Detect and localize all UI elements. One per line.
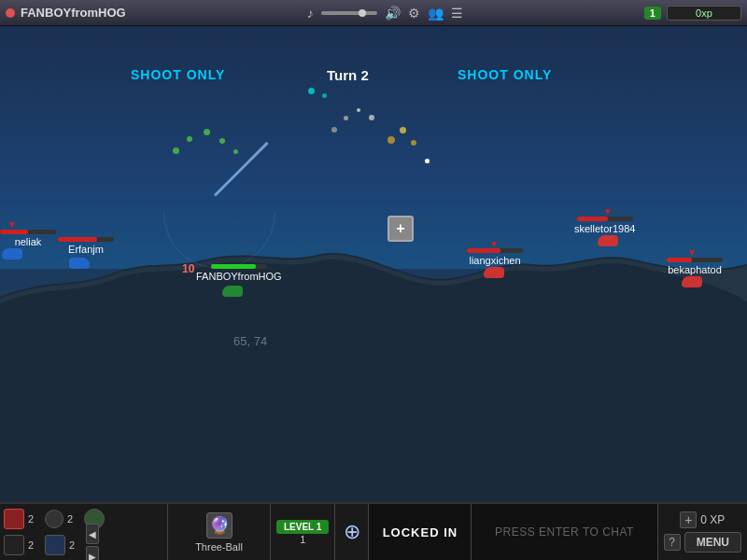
list-icon[interactable]: ☰	[451, 6, 463, 21]
chat-hint-text: PRESS ENTER TO CHAT	[495, 525, 634, 539]
projectile	[388, 136, 395, 144]
bottom-hud: 2 2 2 2 ◀ ▶ 🔮 Three-Ball LEVEL 1 1 ⊕ LOC	[0, 502, 747, 560]
health-kit: +	[388, 216, 414, 242]
nav-up-btn[interactable]: ◀	[86, 524, 99, 544]
weapon-name-text: Three-Ball	[195, 541, 243, 553]
players-icon[interactable]: 👥	[428, 6, 444, 21]
title-bar-right: 1 0xp	[644, 6, 741, 21]
player-label-liang: liangxichen	[467, 248, 523, 266]
projectile	[344, 116, 348, 120]
projectile	[219, 138, 225, 144]
projectile	[400, 127, 406, 133]
projectile	[322, 93, 327, 98]
turn-label: Turn 2	[327, 67, 369, 83]
tank-erfanjm	[69, 258, 90, 269]
arrow-beka: ▼	[687, 247, 697, 258]
slot-icon-4[interactable]	[4, 535, 24, 555]
tank-liang	[484, 267, 504, 278]
level-indicator: LEVEL 1 1	[271, 504, 335, 560]
chat-input-area[interactable]: PRESS ENTER TO CHAT	[472, 504, 657, 560]
projectile	[369, 115, 374, 120]
arrow-liang: ▼	[489, 239, 499, 249]
locked-in-text: LOCKED IN	[383, 525, 458, 539]
locked-in-area: LOCKED IN	[369, 504, 472, 560]
title-bar-left: FANBOYfromHOG	[6, 6, 126, 20]
slot-icon-5[interactable]	[45, 535, 65, 555]
projectile	[204, 129, 210, 135]
window-title: FANBOYfromHOG	[21, 6, 126, 20]
projectile	[425, 159, 430, 163]
arrow-neliak: ▼	[7, 219, 17, 230]
slot-row-2: 2 2 ◀ ▶	[4, 533, 163, 557]
tank-neliak	[2, 248, 22, 259]
weapon-icon: 🔮	[206, 512, 233, 539]
menu-row: ? MENU	[664, 532, 741, 553]
player-label-skelletor: skelletor1984	[574, 217, 635, 234]
weapon-name-area: 🔮 Three-Ball	[168, 504, 271, 560]
xp-amount: 0 XP	[700, 513, 725, 526]
slot-icon-2[interactable]	[45, 510, 63, 528]
settings-icon[interactable]: ⚙	[408, 6, 420, 21]
crosshair-icon[interactable]: ⊕	[335, 504, 369, 560]
xp-plus-button[interactable]: +	[680, 511, 697, 528]
slot-count-1: 2	[28, 513, 41, 525]
volume-icon[interactable]: 🔊	[385, 6, 401, 21]
coordinate-display: 65, 74	[233, 334, 267, 348]
game-viewport[interactable]: SHOOT ONLY Turn 2 SHOOT ONLY 65, 74 10 +…	[0, 26, 747, 502]
player-label-fanboy: FANBOYfromHOG	[196, 264, 282, 282]
bottom-right-panel: + 0 XP ? MENU	[658, 504, 747, 560]
nav-down-btn[interactable]: ▶	[86, 546, 99, 560]
projectile	[411, 140, 416, 146]
level-badge: 1	[644, 7, 661, 20]
player-label-beka: bekaphatod	[667, 258, 723, 275]
title-bar-center: ♪ 🔊 ⚙ 👥 ☰	[307, 6, 463, 21]
tank-beka	[682, 276, 702, 287]
music-icon[interactable]: ♪	[307, 6, 314, 21]
volume-slider[interactable]	[321, 11, 377, 15]
projectile	[233, 149, 238, 154]
damage-indicator: 10	[182, 262, 194, 275]
player-label-erfanjm: Erfanjm	[58, 237, 114, 255]
level-num: 1	[300, 534, 305, 545]
terrain	[0, 129, 747, 502]
slot-row-1: 2 2	[4, 507, 163, 531]
projectile	[331, 127, 337, 133]
projectile	[173, 147, 179, 154]
tank-skelletor	[598, 235, 618, 246]
shoot-only-left-label: SHOOT ONLY	[131, 67, 225, 82]
slot-icon-1[interactable]	[4, 509, 24, 529]
weapon-slots: 2 2 2 2 ◀ ▶	[0, 504, 168, 560]
title-bar: FANBOYfromHOG ♪ 🔊 ⚙ 👥 ☰ 1 0xp	[0, 0, 747, 26]
shoot-only-right-label: SHOOT ONLY	[458, 67, 552, 82]
menu-button[interactable]: MENU	[684, 532, 741, 553]
window-close-dot[interactable]	[6, 8, 15, 18]
level-box: LEVEL 1	[276, 520, 329, 534]
xp-row: + 0 XP	[680, 511, 725, 528]
projectile	[357, 108, 360, 112]
player-label-neliak: neliak	[0, 230, 56, 247]
help-button[interactable]: ?	[664, 534, 681, 551]
xp-display: 0xp	[667, 6, 741, 21]
tank-fanboy	[222, 286, 243, 297]
slot-count-5: 2	[69, 539, 82, 551]
projectile	[187, 136, 192, 142]
projectile	[308, 88, 315, 94]
slot-count-2: 2	[67, 513, 80, 525]
slot-count-4: 2	[28, 539, 41, 551]
arrow-skelletor: ▼	[603, 206, 613, 217]
